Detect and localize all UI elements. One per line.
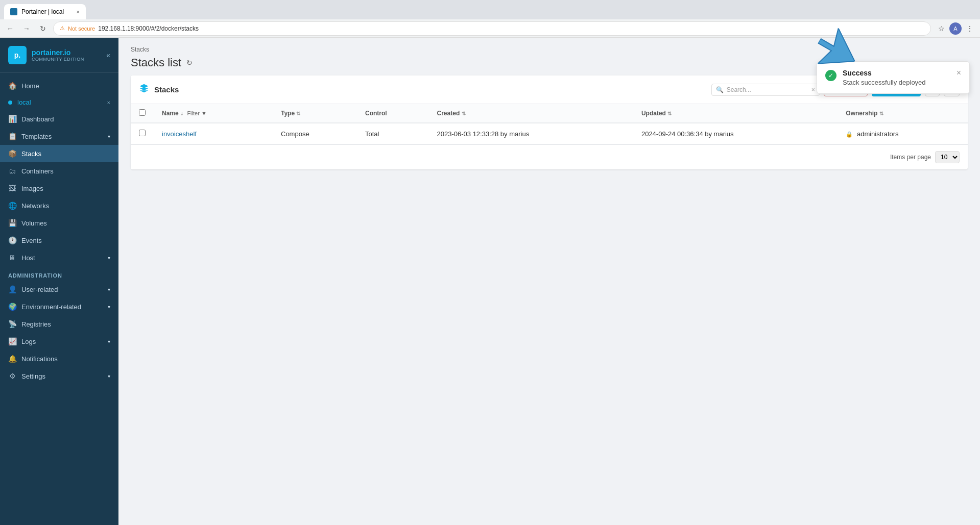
tab-favicon bbox=[10, 8, 17, 15]
sidebar-item-networks[interactable]: 🌐 Networks bbox=[0, 197, 118, 214]
nav-right-actions: ☆ A ⋮ bbox=[935, 22, 976, 35]
panel-title: Stacks bbox=[154, 85, 179, 94]
sidebar-item-dashboard[interactable]: 📊 Dashboard bbox=[0, 110, 118, 128]
sidebar-item-label: Logs bbox=[21, 338, 36, 345]
sidebar-item-user-related[interactable]: 👤 User-related ▾ bbox=[0, 281, 118, 298]
volumes-icon: 💾 bbox=[8, 219, 16, 227]
env-name: local bbox=[17, 98, 31, 106]
col-header-control[interactable]: Control bbox=[357, 104, 429, 123]
sort-icon: ⇅ bbox=[667, 111, 672, 116]
row-control-cell: Total bbox=[357, 123, 429, 144]
sidebar-item-stacks[interactable]: 📦 Stacks bbox=[0, 145, 118, 162]
events-icon: 🕐 bbox=[8, 236, 16, 244]
search-icon: 🔍 bbox=[716, 86, 724, 93]
host-icon: 🖥 bbox=[8, 254, 16, 262]
back-button[interactable]: ← bbox=[4, 22, 16, 35]
toast-title: Success bbox=[843, 69, 950, 77]
search-box: 🔍 × bbox=[711, 84, 820, 96]
logo-icon: p. bbox=[8, 46, 27, 64]
address-bar[interactable]: ⚠ Not secure 192.168.1.18:9000/#/2/docke… bbox=[53, 21, 931, 36]
registries-icon: 📡 bbox=[8, 320, 16, 328]
logo-sub: Community Edition bbox=[32, 57, 84, 62]
table-head: Name ↓ Filter ▼ Type ⇅ Control bbox=[131, 104, 968, 123]
col-header-type[interactable]: Type ⇅ bbox=[273, 104, 357, 123]
sidebar-item-label: Containers bbox=[21, 167, 54, 175]
profile-button[interactable]: A bbox=[949, 22, 962, 35]
sidebar-item-containers[interactable]: 🗂 Containers bbox=[0, 162, 118, 180]
sidebar-item-templates[interactable]: 📋 Templates ▾ bbox=[0, 128, 118, 145]
env-close-button[interactable]: × bbox=[107, 99, 110, 106]
main-content: Stacks Stacks list ↻ Stacks 🔍 × bbox=[118, 38, 980, 525]
ownership-value: administrators bbox=[857, 130, 899, 138]
sidebar-item-events[interactable]: 🕐 Events bbox=[0, 232, 118, 249]
page-title: Stacks list bbox=[131, 56, 181, 69]
images-icon: 🖼 bbox=[8, 184, 16, 192]
chevron-down-icon: ▾ bbox=[108, 287, 110, 292]
active-tab[interactable]: Portainer | local × bbox=[4, 4, 86, 19]
row-checkbox[interactable] bbox=[139, 130, 146, 136]
reload-button[interactable]: ↻ bbox=[37, 22, 49, 35]
sidebar-item-label: Notifications bbox=[21, 355, 58, 363]
settings-icon: ⚙ bbox=[8, 372, 16, 380]
sidebar-item-label: Networks bbox=[21, 202, 49, 210]
col-header-created[interactable]: Created ⇅ bbox=[429, 104, 633, 123]
sidebar: p. portainer.io Community Edition « 🏠 Ho… bbox=[0, 38, 118, 525]
arrow-svg bbox=[809, 23, 865, 79]
sidebar-item-label: Stacks bbox=[21, 150, 41, 158]
sidebar-item-label: Environment-related bbox=[21, 303, 81, 311]
sidebar-env-item[interactable]: local × bbox=[0, 94, 118, 110]
toast-close-button[interactable]: × bbox=[957, 69, 961, 77]
per-page-select[interactable]: 10 25 50 bbox=[935, 151, 960, 163]
sidebar-item-label: Home bbox=[21, 82, 39, 90]
sidebar-item-environment-related[interactable]: 🌍 Environment-related ▾ bbox=[0, 298, 118, 315]
sidebar-item-logs[interactable]: 📈 Logs ▾ bbox=[0, 333, 118, 350]
table-body: invoiceshelf Compose Total 2023-06-03 12… bbox=[131, 123, 968, 144]
search-clear-button[interactable]: × bbox=[811, 86, 815, 93]
forward-button[interactable]: → bbox=[20, 22, 33, 35]
lock-icon: 🔒 bbox=[846, 131, 853, 137]
sidebar-nav: 🏠 Home local × 📊 Dashboard 📋 Templates ▾ bbox=[0, 73, 118, 525]
admin-section-label: Administration bbox=[0, 266, 118, 281]
row-type-cell: Compose bbox=[273, 123, 357, 144]
stacks-table-container: Name ↓ Filter ▼ Type ⇅ Control bbox=[131, 104, 968, 144]
row-ownership-cell: 🔒 administrators bbox=[838, 123, 968, 144]
chevron-down-icon: ▾ bbox=[108, 304, 110, 310]
chevron-down-icon: ▾ bbox=[108, 255, 110, 261]
sidebar-item-settings[interactable]: ⚙ Settings ▾ bbox=[0, 367, 118, 385]
sidebar-item-volumes[interactable]: 💾 Volumes bbox=[0, 214, 118, 232]
sidebar-item-home[interactable]: 🏠 Home bbox=[0, 77, 118, 94]
select-all-checkbox[interactable] bbox=[139, 109, 146, 116]
stack-name-link[interactable]: invoiceshelf bbox=[162, 130, 197, 138]
col-header-name[interactable]: Name ↓ Filter ▼ bbox=[154, 104, 273, 123]
stacks-icon: 📦 bbox=[8, 149, 16, 158]
search-input[interactable] bbox=[727, 86, 808, 93]
sidebar-item-images[interactable]: 🖼 Images bbox=[0, 180, 118, 197]
bookmark-button[interactable]: ☆ bbox=[935, 22, 947, 35]
sidebar-item-host[interactable]: 🖥 Host ▾ bbox=[0, 249, 118, 266]
logo-name: portainer.io bbox=[32, 48, 84, 57]
row-checkbox-cell bbox=[131, 123, 154, 144]
sidebar-item-label: Dashboard bbox=[21, 115, 54, 123]
sidebar-item-notifications[interactable]: 🔔 Notifications bbox=[0, 350, 118, 367]
col-header-ownership[interactable]: Ownership ⇅ bbox=[838, 104, 968, 123]
sidebar-item-label: Images bbox=[21, 185, 43, 192]
containers-icon: 🗂 bbox=[8, 167, 16, 175]
stacks-panel-icon bbox=[139, 83, 149, 96]
sidebar-item-label: User-related bbox=[21, 286, 58, 293]
home-icon: 🏠 bbox=[8, 82, 16, 90]
col-header-updated[interactable]: Updated ⇅ bbox=[633, 104, 838, 123]
sidebar-collapse-button[interactable]: « bbox=[106, 51, 110, 59]
sidebar-item-label: Settings bbox=[21, 372, 45, 380]
sidebar-item-label: Volumes bbox=[21, 219, 47, 227]
filter-button[interactable]: Filter ▼ bbox=[185, 110, 208, 116]
arrow-pointer bbox=[817, 31, 857, 73]
security-label: Not secure bbox=[68, 26, 95, 32]
sidebar-item-registries[interactable]: 📡 Registries bbox=[0, 315, 118, 333]
svg-marker-0 bbox=[809, 23, 865, 79]
security-icon: ⚠ bbox=[60, 25, 65, 32]
pagination-row: Items per page 10 25 50 bbox=[131, 144, 968, 169]
refresh-button[interactable]: ↻ bbox=[186, 59, 193, 67]
more-button[interactable]: ⋮ bbox=[964, 22, 976, 35]
tab-close-button[interactable]: × bbox=[77, 9, 80, 15]
logo-text: portainer.io Community Edition bbox=[32, 48, 84, 62]
